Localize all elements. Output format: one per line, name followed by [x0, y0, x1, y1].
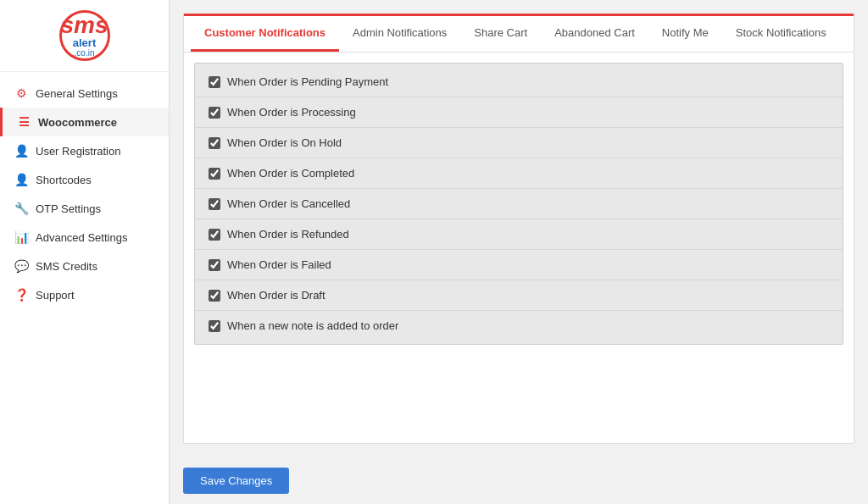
label-failed: When Order is Failed: [227, 258, 331, 271]
sidebar-label-otp-settings: OTP Settings: [36, 202, 155, 215]
label-pending-payment: When Order is Pending Payment: [227, 75, 388, 88]
label-draft: When Order is Draft: [227, 289, 326, 302]
logo-circle: sms alert .co.in: [59, 10, 110, 61]
sidebar-label-support: Support: [36, 289, 155, 302]
list-item: When a new note is added to order: [195, 311, 843, 341]
checkbox-refunded[interactable]: [209, 229, 220, 241]
label-completed: When Order is Completed: [227, 167, 354, 180]
checkbox-completed[interactable]: [209, 168, 220, 180]
sidebar-item-user-registration[interactable]: 👤 User Registration: [0, 136, 169, 165]
checkbox-on-hold[interactable]: [209, 137, 220, 149]
sidebar-label-user-registration: User Registration: [36, 145, 155, 158]
sidebar-item-general-settings[interactable]: ⚙ General Settings: [0, 79, 169, 108]
tab-stock-notifications[interactable]: Stock Notifications: [722, 16, 840, 52]
sidebar-item-shortcodes[interactable]: 👤 Shortcodes: [0, 165, 169, 194]
chart-icon: 📊: [14, 230, 29, 244]
checkbox-pending-payment[interactable]: [209, 76, 220, 88]
sidebar-label-general-settings: General Settings: [36, 87, 155, 100]
tab-review[interactable]: Review: [840, 16, 854, 52]
content-wrapper: Customer Notifications Admin Notificatio…: [183, 14, 854, 444]
grid-icon: ☰: [16, 115, 31, 129]
label-cancelled: When Order is Cancelled: [227, 197, 350, 210]
checkbox-new-note[interactable]: [209, 320, 220, 332]
shortcode-icon: 👤: [14, 173, 29, 186]
tab-customer-notifications[interactable]: Customer Notifications: [191, 16, 339, 52]
sidebar-label-woocommerce: Woocommerce: [38, 116, 155, 129]
tab-share-cart[interactable]: Share Cart: [460, 16, 541, 52]
sidebar-label-advanced-settings: Advanced Settings: [36, 231, 155, 244]
save-button[interactable]: Save Changes: [183, 468, 289, 494]
checkbox-cancelled[interactable]: [209, 198, 220, 210]
sidebar-item-advanced-settings[interactable]: 📊 Advanced Settings: [0, 223, 169, 252]
tabs-bar: Customer Notifications Admin Notificatio…: [184, 16, 854, 53]
checkbox-failed[interactable]: [209, 259, 220, 271]
list-item: When Order is Draft: [195, 280, 843, 311]
list-item: When Order is Cancelled: [195, 189, 843, 219]
label-on-hold: When Order is On Hold: [227, 136, 342, 149]
save-area: Save Changes: [170, 457, 868, 504]
user-icon: 👤: [14, 144, 29, 158]
tab-admin-notifications[interactable]: Admin Notifications: [339, 16, 460, 52]
sidebar-item-support[interactable]: ❓ Support: [0, 280, 169, 309]
gear-icon: ⚙: [14, 86, 29, 100]
list-item: When Order is Completed: [195, 158, 843, 189]
label-new-note: When a new note is added to order: [227, 319, 398, 332]
sidebar-label-shortcodes: Shortcodes: [36, 174, 155, 186]
logo-alert-text: alert: [73, 37, 96, 48]
checkbox-draft[interactable]: [209, 290, 220, 302]
sidebar-item-sms-credits[interactable]: 💬 SMS Credits: [0, 252, 169, 280]
list-item: When Order is Pending Payment: [195, 67, 843, 97]
logo-sms: sms alert .co.in: [60, 14, 108, 58]
bubble-icon: 💬: [14, 259, 29, 273]
tab-abandoned-cart[interactable]: Abandoned Cart: [541, 16, 648, 52]
list-item: When Order is On Hold: [195, 128, 843, 158]
question-icon: ❓: [14, 288, 29, 302]
main-content: Customer Notifications Admin Notificatio…: [170, 0, 868, 504]
logo-area: sms alert .co.in: [0, 0, 169, 72]
sidebar-nav: ⚙ General Settings ☰ Woocommerce 👤 User …: [0, 72, 169, 504]
logo-coin-text: .co.in: [75, 48, 95, 58]
checkbox-processing[interactable]: [209, 107, 220, 119]
list-item: When Order is Processing: [195, 97, 843, 128]
sidebar-label-sms-credits: SMS Credits: [36, 260, 155, 273]
label-refunded: When Order is Refunded: [227, 228, 349, 241]
sidebar-item-otp-settings[interactable]: 🔧 OTP Settings: [0, 194, 169, 223]
checkbox-list: When Order is Pending Payment When Order…: [194, 63, 843, 345]
list-item: When Order is Failed: [195, 250, 843, 280]
label-processing: When Order is Processing: [227, 106, 356, 119]
wrench-icon: 🔧: [14, 202, 29, 215]
sidebar-item-woocommerce[interactable]: ☰ Woocommerce: [0, 108, 169, 136]
tab-notify-me[interactable]: Notify Me: [648, 16, 722, 52]
logo-sms-text: sms: [60, 14, 108, 37]
sidebar: sms alert .co.in ⚙ General Settings ☰ Wo…: [0, 0, 170, 504]
list-item: When Order is Refunded: [195, 219, 843, 250]
